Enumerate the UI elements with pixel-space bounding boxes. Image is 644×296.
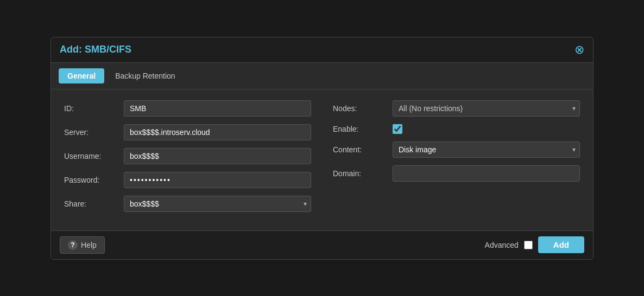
domain-row: Domain: <box>333 165 580 182</box>
enable-checkbox[interactable] <box>393 124 402 134</box>
advanced-checkbox[interactable] <box>524 241 533 249</box>
enable-label: Enable: <box>333 125 393 133</box>
domain-label: Domain: <box>333 169 393 178</box>
id-field[interactable] <box>124 100 311 117</box>
dialog-footer: ? Help Advanced Add <box>51 230 593 259</box>
server-row: Server: <box>64 124 311 140</box>
share-label: Share: <box>64 200 124 208</box>
help-button[interactable]: ? Help <box>60 236 105 254</box>
username-row: Username: <box>64 148 311 164</box>
username-label: Username: <box>64 152 124 160</box>
id-row: ID: <box>64 100 311 117</box>
content-row: Content: Disk image ▾ <box>333 141 580 158</box>
dialog-title: Add: SMB/CIFS <box>60 44 131 55</box>
nodes-row: Nodes: All (No restrictions) ▾ <box>333 100 580 117</box>
share-select-wrapper: box$$$$ ▾ <box>124 196 311 212</box>
password-field[interactable] <box>124 172 311 188</box>
enable-row: Enable: <box>333 124 580 134</box>
share-row: Share: box$$$$ ▾ <box>64 196 311 212</box>
form-area: ID: Server: Username: Password: <box>51 89 593 230</box>
form-left-column: ID: Server: Username: Password: <box>64 100 311 220</box>
share-select[interactable]: box$$$$ <box>124 196 311 212</box>
tabs-bar: General Backup Retention <box>51 63 593 89</box>
form-right-column: Nodes: All (No restrictions) ▾ Enable: <box>333 100 580 220</box>
domain-field[interactable] <box>393 165 580 182</box>
server-field[interactable] <box>124 124 311 140</box>
add-button[interactable]: Add <box>538 236 584 253</box>
dialog-container: Add: SMB/CIFS ⊗ General Backup Retention… <box>50 37 594 260</box>
id-label: ID: <box>64 104 124 113</box>
username-field[interactable] <box>124 148 311 164</box>
tab-general[interactable]: General <box>59 68 104 83</box>
content-select[interactable]: Disk image <box>393 141 580 158</box>
help-icon: ? <box>68 240 78 250</box>
content-select-wrapper: Disk image ▾ <box>393 141 580 158</box>
advanced-label: Advanced <box>485 241 519 249</box>
nodes-select[interactable]: All (No restrictions) <box>393 100 580 117</box>
password-label: Password: <box>64 176 124 184</box>
form-grid: ID: Server: Username: Password: <box>64 100 580 220</box>
nodes-label: Nodes: <box>333 104 393 113</box>
password-row: Password: <box>64 172 311 188</box>
enable-checkbox-wrapper <box>393 124 402 134</box>
content-label: Content: <box>333 145 393 154</box>
nodes-select-wrapper: All (No restrictions) ▾ <box>393 100 580 117</box>
server-label: Server: <box>64 128 124 137</box>
close-button[interactable]: ⊗ <box>574 44 584 56</box>
dialog-header: Add: SMB/CIFS ⊗ <box>51 37 593 63</box>
help-label: Help <box>81 241 97 249</box>
footer-right: Advanced Add <box>485 236 584 253</box>
tab-backup-retention[interactable]: Backup Retention <box>106 68 184 83</box>
